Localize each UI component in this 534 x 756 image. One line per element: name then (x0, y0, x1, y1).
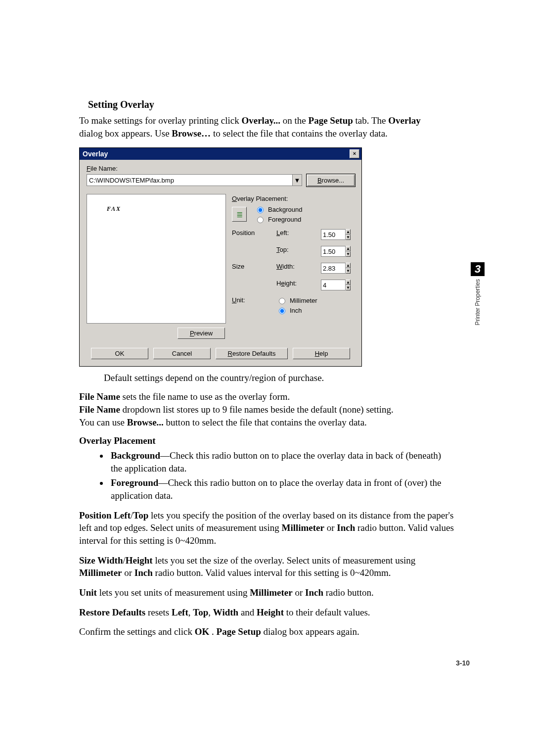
text: dropdown list stores up to 9 file names … (123, 404, 394, 415)
chevron-down-icon[interactable]: ▼ (292, 175, 302, 186)
spin-down-icon[interactable]: ▼ (346, 235, 351, 240)
text-bold: Browse... (127, 417, 164, 427)
intro-paragraph: To make settings for overlay printing cl… (79, 114, 455, 140)
radio-foreground[interactable]: Foreground (255, 215, 302, 223)
radio-millimeter[interactable]: Millimeter (276, 296, 356, 304)
text-bold: Inch (305, 587, 323, 598)
radio-mm-input[interactable] (279, 298, 285, 304)
text-bold: Height (126, 555, 153, 566)
text-bold: OK (195, 626, 210, 637)
text: resets (148, 607, 172, 617)
dialog-titlebar: Overlay × (80, 148, 361, 160)
text-bold: File Name (79, 391, 120, 402)
text: tab. The (356, 115, 389, 126)
radio-label: Background (268, 206, 302, 213)
text: and (241, 607, 257, 617)
ok-button[interactable]: OK (91, 348, 148, 359)
radio-background-input[interactable] (257, 207, 264, 213)
text: , (208, 607, 213, 617)
radio-foreground-input[interactable] (257, 217, 264, 223)
unit-label: Unit: (232, 296, 271, 314)
left-input[interactable] (321, 229, 346, 240)
text: Confirm the settings and click (79, 626, 195, 637)
text: , (188, 607, 193, 617)
radio-label: Millimeter (290, 297, 317, 304)
left-spinner[interactable]: ▲▼ (321, 229, 350, 240)
text: lets you set the size of the overlay. Se… (155, 555, 415, 566)
spin-down-icon[interactable]: ▼ (346, 251, 351, 257)
text: —Check this radio button on to place the… (111, 450, 441, 473)
text-bold: Page Setup (309, 115, 353, 126)
chapter-label: Printer Properties (474, 279, 481, 325)
top-input[interactable] (321, 246, 346, 257)
text: radio button. Valid values interval for … (155, 567, 391, 578)
width-spinner[interactable]: ▲▼ (321, 263, 350, 274)
text-bold: Background (111, 450, 160, 461)
text: radio button. (326, 587, 374, 598)
text-bold: Top (193, 607, 208, 617)
radio-inch-input[interactable] (279, 308, 285, 314)
text-bold: Foreground (111, 477, 158, 488)
help-button[interactable]: Help (293, 348, 350, 359)
height-label: Height: (276, 280, 316, 290)
browse-button[interactable]: Browse... (307, 175, 355, 186)
text-bold: Height (257, 607, 284, 617)
position-desc: Position Left/Top lets you specify the p… (79, 509, 455, 547)
text: To make settings for overlay printing cl… (79, 115, 241, 126)
overlay-placement-label: Overlay Placement: (232, 195, 302, 202)
text-bold: Unit (79, 587, 97, 598)
text-bold: Left (172, 607, 188, 617)
spin-up-icon[interactable]: ▲ (346, 280, 351, 285)
file-name-input[interactable] (87, 176, 292, 185)
text-bold: File Name (79, 404, 120, 415)
note-text: Default settings depend on the country/r… (104, 373, 455, 383)
text: dialog box appears. Use (79, 128, 172, 139)
text-bold: Size Width (79, 555, 123, 566)
restore-defaults-button[interactable]: Restore Defaults (216, 348, 288, 359)
top-spinner[interactable]: ▲▼ (321, 246, 350, 257)
file-name-combo[interactable]: ▼ (87, 174, 302, 186)
filename-desc-1: File Name sets the file name to use as t… (79, 390, 455, 428)
text-bold: Millimeter (79, 567, 122, 578)
text: button to select the file that contains … (166, 417, 367, 427)
top-label: Top: (276, 246, 316, 257)
text-bold: Position Left (79, 510, 131, 520)
spin-up-icon[interactable]: ▲ (346, 263, 351, 268)
radio-background[interactable]: Background (255, 205, 302, 213)
text-bold: Width (213, 607, 238, 617)
text: . (212, 626, 217, 637)
height-spinner[interactable]: ▲▼ (321, 280, 350, 290)
spin-up-icon[interactable]: ▲ (346, 246, 351, 251)
preview-button[interactable]: Preview (178, 328, 225, 339)
size-desc: Size Width/Height lets you set the size … (79, 554, 455, 579)
close-button[interactable]: × (350, 149, 359, 158)
bullet-foreground: Foreground—Check this radio button on to… (109, 476, 455, 502)
text-bold: Top (133, 510, 148, 520)
height-input[interactable] (321, 280, 346, 290)
radio-inch[interactable]: Inch (276, 306, 356, 314)
text-bold: Millimeter (281, 522, 324, 533)
page-number: 3-10 (456, 659, 470, 667)
text-bold: Overlay... (241, 115, 280, 126)
width-input[interactable] (321, 263, 346, 274)
text: lets you set units of measurement using (99, 587, 250, 598)
overlay-placement-heading: Overlay Placement (79, 435, 455, 446)
text-bold: Inch (134, 567, 153, 578)
confirm-desc: Confirm the settings and click OK . Page… (79, 625, 455, 638)
text: or (295, 587, 305, 598)
chapter-number: 3 (471, 262, 485, 276)
text: dialog box appears again. (264, 626, 359, 637)
position-label: Position (232, 229, 271, 240)
spin-down-icon[interactable]: ▼ (346, 285, 351, 290)
cancel-button[interactable]: Cancel (153, 348, 211, 359)
text-bold: Browse… (172, 128, 211, 139)
dialog-title: Overlay (83, 150, 108, 158)
text: or (124, 567, 134, 578)
text: sets the file name to use as the overlay… (123, 391, 290, 402)
radio-label: Inch (290, 307, 302, 314)
placement-icon: ≣ (232, 207, 247, 222)
restore-desc: Restore Defaults resets Left, Top, Width… (79, 606, 455, 619)
spin-up-icon[interactable]: ▲ (346, 229, 351, 235)
radio-label: Foreground (268, 216, 301, 223)
spin-down-icon[interactable]: ▼ (346, 268, 351, 274)
